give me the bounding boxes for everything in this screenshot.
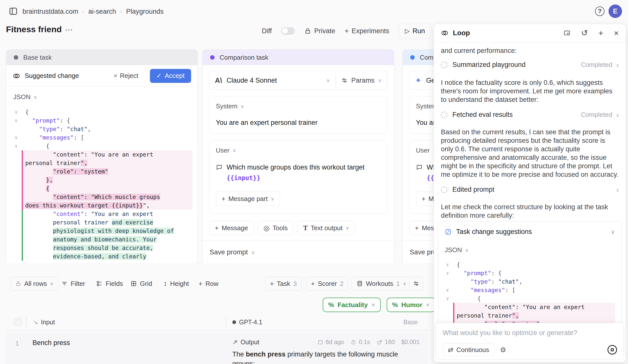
filter-button[interactable]: Filter: [61, 277, 85, 291]
save-prompt-button[interactable]: Save prompt ∨: [203, 240, 394, 264]
diff-label: Diff: [262, 27, 272, 35]
fold-chevron-icon[interactable]: [13, 193, 23, 201]
title-menu-icon[interactable]: ⋯: [65, 25, 73, 34]
fold-chevron-icon[interactable]: [445, 311, 455, 320]
chevron-down-icon[interactable]: ∨: [611, 229, 615, 235]
text-output-button[interactable]: T Text output ∨: [298, 221, 355, 235]
format-select[interactable]: JSON ∨: [13, 93, 193, 101]
row-input-cell[interactable]: Bench press: [32, 339, 70, 347]
json-diff-preview: ∨ { ∨ "prompt": { "type": "chat",: [445, 260, 615, 328]
json-diff-editor[interactable]: ∨ { ∨ "prompt": { "type": "chat",: [13, 108, 193, 261]
loop-step-summarized-playground[interactable]: Summarized playground Completed ›: [441, 61, 619, 69]
breadcrumb-org[interactable]: braintrustdata.com: [22, 8, 78, 15]
model-select[interactable]: A\ Claude 4 Sonnet ∨: [209, 71, 335, 89]
breadcrumb-project[interactable]: ai-search: [88, 8, 116, 15]
run-button[interactable]: ▷ Run: [399, 24, 431, 38]
fold-chevron-icon[interactable]: [13, 218, 23, 227]
continuous-mode-button[interactable]: ⇄ Continuous: [443, 343, 494, 356]
pip-icon[interactable]: [564, 29, 571, 36]
experiments-button[interactable]: + Experiments: [345, 27, 389, 35]
fold-chevron-icon[interactable]: [13, 210, 23, 218]
scorer-count: 2: [340, 280, 343, 288]
comparison-task-dot: [210, 55, 215, 60]
dataset-select[interactable]: Workouts 1 ∨: [352, 277, 411, 291]
row-output-label[interactable]: ↗ Output: [232, 339, 259, 346]
avatar[interactable]: E: [609, 4, 622, 18]
loop-step-edited-prompt[interactable]: Edited prompt ›: [441, 186, 619, 193]
help-icon[interactable]: ?: [595, 6, 605, 16]
params-button[interactable]: Params ∨: [336, 71, 387, 89]
remove-scorer-icon[interactable]: ×: [371, 301, 375, 309]
accept-button[interactable]: ✓ Accept: [150, 69, 191, 83]
add-message-part-button[interactable]: + Message part ∨: [216, 191, 280, 206]
code-line: personal trainer",: [13, 159, 193, 167]
fold-chevron-icon[interactable]: ∨: [445, 269, 455, 277]
breadcrumb-page[interactable]: Playgrounds: [126, 8, 164, 15]
private-button[interactable]: Private: [304, 27, 335, 35]
fold-chevron-icon[interactable]: [13, 244, 23, 252]
add-message-button[interactable]: + Message: [209, 221, 254, 235]
stop-button[interactable]: [608, 345, 617, 355]
fold-chevron-icon[interactable]: [445, 303, 455, 311]
grid-button[interactable]: Grid: [130, 277, 152, 291]
user-message-card[interactable]: User ∨ Which muscle groups does this wor…: [209, 140, 387, 214]
select-all-checkbox[interactable]: [14, 318, 22, 326]
fold-chevron-icon[interactable]: [445, 277, 455, 286]
new-session-icon[interactable]: +: [598, 29, 603, 37]
fold-chevron-icon[interactable]: ∨: [445, 286, 455, 294]
sliders-icon: [413, 280, 419, 287]
fold-chevron-icon[interactable]: [13, 184, 23, 193]
fold-chevron-icon[interactable]: ∨: [13, 116, 23, 125]
diff-toggle[interactable]: [281, 27, 295, 35]
system-message-card[interactable]: System ∨ You are an expert personal trai…: [209, 96, 387, 134]
breadcrumb: braintrustdata.com › ai-search › Playgro…: [22, 6, 164, 16]
height-button[interactable]: ↕ Height: [164, 277, 189, 291]
add-task-button[interactable]: + Task 3: [265, 277, 302, 291]
fold-chevron-icon[interactable]: [13, 150, 23, 159]
code-text: {: [23, 184, 193, 193]
fold-chevron-icon[interactable]: [13, 252, 23, 261]
column-header-input[interactable]: ↘ Input: [33, 319, 55, 326]
fold-chevron-icon[interactable]: [13, 167, 23, 176]
fold-chevron-icon[interactable]: [13, 227, 23, 235]
history-icon[interactable]: ↺: [581, 29, 588, 37]
fold-chevron-icon[interactable]: ∨: [13, 142, 23, 150]
add-scorer-button[interactable]: + Scorer 2: [306, 277, 348, 291]
code-line: {: [13, 184, 193, 193]
column-header-model[interactable]: GPT-4.1: [232, 319, 262, 326]
fold-chevron-icon[interactable]: [13, 176, 23, 184]
fold-chevron-icon[interactable]: [13, 159, 23, 167]
user-message-text[interactable]: Which muscle groups does this workout ta…: [227, 162, 381, 183]
code-line: },: [13, 176, 193, 184]
fold-chevron-icon[interactable]: [13, 125, 23, 133]
tools-button[interactable]: ◎ Tools: [258, 221, 294, 235]
fold-chevron-icon[interactable]: ∨: [445, 260, 455, 269]
scorer-badge-humor[interactable]: % Humor ×: [387, 298, 435, 312]
fields-button[interactable]: Fields: [96, 277, 123, 291]
arrow-out-icon: ↗: [232, 339, 238, 346]
code-text: physiologist with deep knowledge of: [23, 227, 193, 235]
table-settings-button[interactable]: [409, 277, 423, 291]
code-text: "prompt": {: [455, 269, 615, 277]
fold-chevron-icon[interactable]: [13, 235, 23, 244]
loop-step-fetched-eval-results[interactable]: Fetched eval results Completed ›: [441, 111, 619, 119]
loop-chat-input[interactable]: What would you like to optimize or gener…: [436, 323, 624, 360]
loop-title: Loop: [453, 29, 470, 37]
gear-icon[interactable]: ⚙: [500, 346, 506, 354]
add-row-button[interactable]: + Row: [199, 277, 218, 291]
system-message-text[interactable]: You are an expert personal trainer: [216, 118, 381, 128]
fold-chevron-icon[interactable]: [13, 201, 23, 210]
scorer-badge-factuality[interactable]: % Factuality ×: [323, 298, 381, 312]
row-output-cell[interactable]: The bench press primarily targets the fo…: [232, 350, 422, 364]
system-role-select[interactable]: System ∨: [216, 102, 381, 110]
user-role-select[interactable]: User ∨: [216, 147, 381, 154]
format-select[interactable]: JSON ∨: [445, 246, 615, 254]
sidebar-toggle-icon[interactable]: [8, 6, 18, 16]
fold-chevron-icon[interactable]: ∨: [445, 294, 455, 303]
remove-scorer-icon[interactable]: ×: [426, 301, 430, 309]
all-rows-select[interactable]: All rows ∨: [10, 277, 58, 291]
reject-button[interactable]: × Reject: [114, 72, 138, 80]
close-icon[interactable]: ×: [614, 29, 619, 37]
fold-chevron-icon[interactable]: ∨: [13, 133, 23, 142]
fold-chevron-icon[interactable]: ∨: [13, 108, 23, 116]
